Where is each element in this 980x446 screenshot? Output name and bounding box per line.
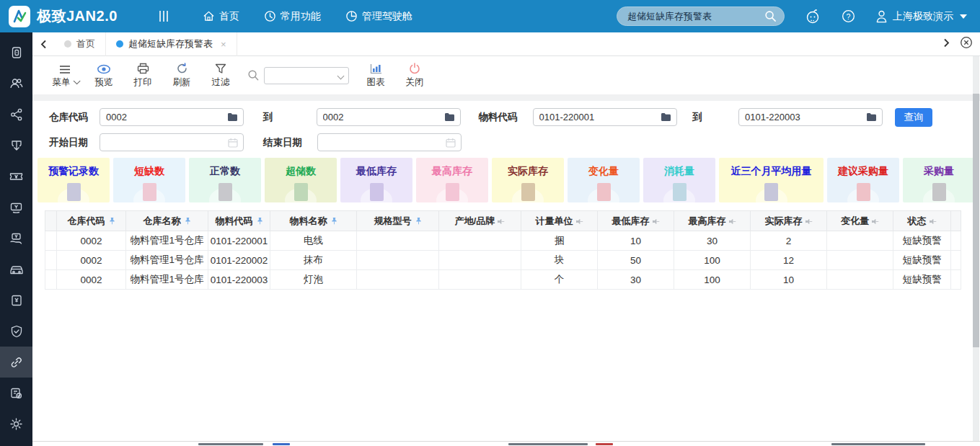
print-button[interactable]: 打印 (126, 62, 159, 89)
card-actual-stock[interactable]: 实际库存 (492, 158, 564, 202)
sidebar-item-approvals[interactable] (0, 378, 32, 409)
pin-icon[interactable] (928, 218, 939, 225)
nav-home[interactable]: 首页 (203, 10, 239, 23)
start-date-input[interactable] (100, 134, 223, 151)
table-row[interactable]: 0002物料管理1号仓库0101-220001电线捆10302短缺预警 (45, 231, 961, 251)
card-overstock-count[interactable]: 超储数 (265, 158, 337, 202)
material-from-input[interactable] (534, 109, 656, 125)
sidebar-item-workspace[interactable] (0, 37, 32, 68)
start-date-field[interactable] (100, 133, 244, 151)
menu-button[interactable]: 菜单 (48, 62, 81, 89)
table-row[interactable]: 0002物料管理1号仓库0101-220002抹布块5010012短缺预警 (45, 251, 961, 270)
preview-button[interactable]: 预览 (87, 62, 120, 89)
tab-overstock-shortage-report[interactable]: 超储短缺库存预警表 × (106, 32, 237, 56)
end-date-field[interactable] (317, 133, 462, 151)
column-header-11[interactable]: 状态 (893, 211, 951, 231)
sidebar-item-invoice[interactable] (0, 285, 32, 316)
sidebar-item-security[interactable] (0, 316, 32, 347)
column-header-9[interactable]: 实际库存 (751, 211, 827, 231)
pin-icon[interactable] (728, 218, 738, 225)
tabs-scroll-right[interactable] (943, 37, 950, 50)
pin-icon[interactable] (651, 218, 662, 225)
assistant-button[interactable] (805, 9, 821, 24)
material-from-field[interactable] (533, 108, 677, 126)
folder-icon[interactable] (227, 112, 238, 122)
query-button[interactable]: 查询 (895, 108, 932, 127)
tabs-scroll-left[interactable] (32, 40, 54, 49)
close-button[interactable]: 关闭 (398, 62, 431, 89)
row-handle[interactable] (45, 231, 57, 251)
pin-icon[interactable] (257, 216, 263, 227)
column-header-2[interactable]: 物料代码 (208, 211, 270, 231)
search-field-select[interactable] (264, 67, 349, 84)
folder-icon[interactable] (444, 112, 455, 122)
pin-icon[interactable] (496, 218, 507, 225)
sidebar-item-ticket[interactable] (0, 161, 32, 192)
warehouse-from-field[interactable] (100, 108, 244, 126)
warehouse-to-field[interactable] (317, 108, 461, 126)
sidebar-item-settings[interactable] (0, 409, 32, 440)
layout-toggle-icon[interactable] (159, 11, 168, 22)
pin-icon[interactable] (415, 216, 422, 227)
card-consumption[interactable]: 消耗量 (643, 158, 715, 202)
vertical-scrollbar-thumb[interactable] (973, 94, 979, 347)
card-suggested-purchase[interactable]: 建议采购量 (827, 158, 899, 202)
end-date-input[interactable] (318, 134, 441, 151)
calendar-icon[interactable] (228, 138, 238, 148)
tab-home[interactable]: 首页 (54, 32, 106, 56)
material-to-field[interactable] (738, 108, 883, 126)
warehouse-to-input[interactable] (317, 109, 440, 125)
global-search-input[interactable] (627, 11, 764, 22)
search-icon[interactable] (764, 10, 777, 22)
user-menu[interactable]: 上海极致演示 (875, 9, 967, 24)
row-handle[interactable] (45, 251, 57, 270)
pin-icon[interactable] (185, 216, 191, 227)
chart-button[interactable]: 图表 (359, 62, 392, 89)
app-logo[interactable] (9, 6, 30, 27)
tab-close-icon[interactable]: × (221, 39, 226, 50)
folder-icon[interactable] (661, 112, 671, 122)
sidebar-item-vehicle[interactable] (0, 254, 32, 285)
refresh-button[interactable]: 刷新 (165, 62, 198, 89)
column-header-4[interactable]: 规格型号 (357, 211, 439, 231)
column-header-8[interactable]: 最高库存 (674, 211, 751, 231)
sidebar-item-receive[interactable] (0, 223, 32, 254)
warehouse-from-input[interactable] (100, 109, 223, 125)
column-header-7[interactable]: 最低库存 (598, 211, 674, 231)
material-to-input[interactable] (739, 109, 862, 125)
pin-icon[interactable] (804, 218, 815, 225)
help-button[interactable]: ? (841, 9, 856, 24)
column-header-10[interactable]: 变化量 (827, 211, 893, 231)
calendar-icon[interactable] (446, 138, 456, 148)
card-alert-records[interactable]: 预警记录数 (37, 158, 110, 202)
column-header-5[interactable]: 产地/品牌 (439, 211, 521, 231)
nav-common-functions[interactable]: 常用功能 (264, 10, 321, 23)
card-purchase-qty[interactable]: 采购量 (903, 158, 975, 202)
sidebar-item-users[interactable] (0, 68, 32, 99)
nav-cockpit[interactable]: 管理驾驶舱 (345, 10, 412, 23)
pin-icon[interactable] (575, 218, 586, 225)
sidebar-item-share[interactable] (0, 99, 32, 130)
sidebar-item-payment[interactable] (0, 192, 32, 223)
pin-icon[interactable] (870, 218, 881, 225)
table-row[interactable]: 0002物料管理1号仓库0101-220003灯泡个3010010短缺预警 (45, 270, 961, 290)
column-header-1[interactable]: 仓库名称 (126, 211, 208, 231)
card-shortage-count[interactable]: 短缺数 (113, 158, 185, 202)
folder-icon[interactable] (866, 112, 877, 122)
card-max-stock[interactable]: 最高库存 (416, 158, 488, 202)
row-handle[interactable] (45, 270, 57, 290)
filter-button[interactable]: 过滤 (204, 62, 237, 89)
global-search[interactable] (617, 6, 785, 26)
column-header-0[interactable]: 仓库代码 (57, 211, 126, 231)
card-min-stock[interactable]: 最低库存 (340, 158, 412, 202)
pin-icon[interactable] (331, 216, 337, 227)
sidebar-item-links[interactable] (0, 347, 32, 378)
card-3month-average[interactable]: 近三个月平均用量 (719, 158, 824, 202)
card-normal-count[interactable]: 正常数 (189, 158, 261, 202)
pin-icon[interactable] (109, 216, 115, 227)
close-all-tabs-button[interactable] (960, 36, 973, 52)
column-header-3[interactable]: 物料名称 (270, 211, 357, 231)
card-change-qty[interactable]: 变化量 (568, 158, 640, 202)
sidebar-item-expense[interactable] (0, 130, 32, 161)
column-header-6[interactable]: 计量单位 (521, 211, 598, 231)
